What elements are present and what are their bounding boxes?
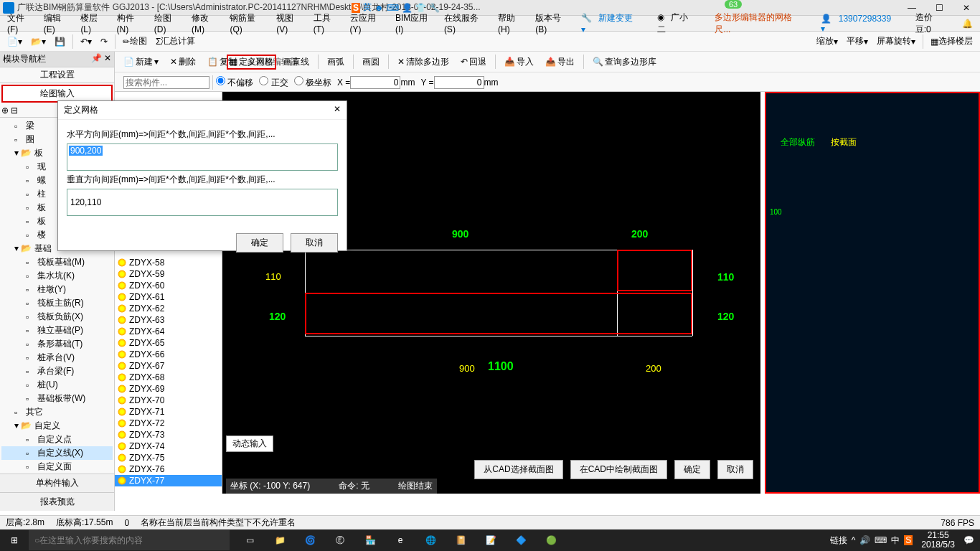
- dynamic-input-button[interactable]: 动态输入: [226, 435, 273, 452]
- menu-tools[interactable]: 工具(T): [309, 12, 346, 34]
- cancel-button[interactable]: 取消: [717, 460, 753, 479]
- menu-file[interactable]: 文件(F): [3, 12, 39, 34]
- list-items[interactable]: ZDYX-58ZDYX-59ZDYX-60ZDYX-61ZDYX-62ZDYX-…: [115, 257, 222, 551]
- list-item[interactable]: ZDYX-65: [115, 337, 222, 349]
- clear-poly-button[interactable]: ✕ 清除多边形: [393, 55, 453, 70]
- tree-node[interactable]: ▫ 筏板主筋(R): [1, 296, 113, 310]
- draw-line-button[interactable]: 画直线: [279, 55, 314, 70]
- undo-icon[interactable]: ↶▾: [77, 35, 95, 48]
- ok-button[interactable]: 确定: [674, 460, 710, 479]
- tree-node[interactable]: ▫ 桩(U): [1, 378, 113, 392]
- list-item[interactable]: ZDYX-75: [115, 452, 222, 463]
- tree-node[interactable]: ▫ 独立基础(P): [1, 324, 113, 337]
- ime-lang[interactable]: 英: [363, 1, 372, 14]
- list-item[interactable]: ZDYX-70: [115, 395, 222, 406]
- menu-cloud[interactable]: 云应用(Y): [346, 12, 391, 34]
- delete-poly-button[interactable]: ✕ 删除: [166, 55, 200, 70]
- list-item[interactable]: ZDYX-77: [115, 475, 222, 486]
- list-item[interactable]: ZDYX-68: [115, 372, 222, 383]
- bell-icon[interactable]: 🔔: [958, 19, 977, 29]
- tree-node[interactable]: ▫ 自定义面: [1, 460, 113, 474]
- sum-button[interactable]: Σ 汇总计算: [153, 34, 198, 49]
- export-button[interactable]: 📤 导出: [541, 55, 579, 70]
- task-icon[interactable]: 📁: [265, 529, 294, 551]
- new-poly-button[interactable]: 📄 新建▾: [119, 55, 163, 70]
- task-icon[interactable]: 🌐: [416, 529, 445, 551]
- query-polylib-button[interactable]: 🔍 查询多边形库: [588, 55, 661, 70]
- new-icon[interactable]: 📄▾: [4, 35, 25, 48]
- tree-node[interactable]: ▫ 桩承台(V): [1, 351, 113, 364]
- tray-icon[interactable]: ^: [852, 535, 856, 545]
- ime-icon[interactable]: 👕: [415, 3, 426, 13]
- task-icon[interactable]: Ⓔ: [326, 529, 354, 551]
- menu-help[interactable]: 帮助(H): [494, 12, 531, 34]
- task-icon[interactable]: 🌀: [296, 529, 324, 551]
- tray-icon[interactable]: 🔊: [859, 535, 870, 545]
- tree-node[interactable]: ▫ 其它: [1, 405, 113, 419]
- zoom-button[interactable]: 缩放 ▾: [814, 34, 841, 49]
- new-change-button[interactable]: 🔧 新建变更 ▾: [577, 12, 647, 34]
- tree-node[interactable]: ▫ 柱墩(Y): [1, 283, 113, 296]
- tray-sogou-icon[interactable]: S: [904, 535, 913, 545]
- search-input[interactable]: [123, 76, 209, 89]
- menu-online[interactable]: 在线服务(S): [440, 12, 494, 34]
- draw-arc-button[interactable]: 画弧: [323, 55, 349, 70]
- tray-icon[interactable]: ⌨: [875, 535, 887, 545]
- draw-circle-button[interactable]: 画圆: [358, 55, 384, 70]
- dialog-ok-button[interactable]: 确定: [236, 233, 283, 253]
- vert-input[interactable]: [67, 189, 338, 216]
- draw-button[interactable]: ✏ 绘图: [120, 34, 150, 49]
- list-item[interactable]: ZDYX-66: [115, 349, 222, 360]
- save-icon[interactable]: 💾: [52, 35, 68, 48]
- menu-bim[interactable]: BIM应用(I): [391, 12, 440, 34]
- user-phone[interactable]: 👤 13907298339 ▾: [816, 14, 905, 34]
- list-item[interactable]: ZDYX-76: [115, 463, 222, 475]
- list-item[interactable]: ZDYX-73: [115, 429, 222, 441]
- clock[interactable]: 21:55 2018/5/3: [917, 531, 959, 550]
- list-item[interactable]: ZDYX-72: [115, 418, 222, 429]
- user-radio[interactable]: ◉ 广小二: [653, 11, 705, 36]
- pin-icon[interactable]: 📌 ✕: [91, 53, 111, 65]
- horiz-input[interactable]: 900,200: [67, 143, 338, 171]
- sogou-icon[interactable]: S: [352, 3, 360, 13]
- notif-icon[interactable]: 💬: [963, 535, 974, 545]
- menu-floor[interactable]: 楼层(L): [76, 12, 112, 34]
- tree-node[interactable]: ▫ 承台梁(F): [1, 364, 113, 378]
- redo-icon[interactable]: ↷: [98, 35, 110, 48]
- link-label[interactable]: 链接: [830, 534, 847, 547]
- list-item[interactable]: ZDYX-62: [115, 303, 222, 314]
- x-input[interactable]: [350, 76, 400, 89]
- menu-draw[interactable]: 绘图(D): [150, 12, 187, 34]
- list-item[interactable]: ZDYX-63: [115, 314, 222, 326]
- ime-icon[interactable]: ⌨: [387, 3, 399, 13]
- expand-icon[interactable]: ⊕: [1, 105, 9, 116]
- task-icon[interactable]: 🟢: [537, 529, 565, 551]
- task-icon[interactable]: e: [386, 529, 415, 551]
- ime-icon[interactable]: ☻: [374, 3, 384, 13]
- list-item[interactable]: ZDYX-71: [115, 406, 222, 418]
- tree-node[interactable]: ▾ 📂 自定义: [1, 419, 113, 433]
- list-item[interactable]: ZDYX-67: [115, 360, 222, 372]
- tree-node[interactable]: ▫ 自定义点: [1, 433, 113, 446]
- collapse-icon[interactable]: ⊟: [11, 105, 18, 116]
- list-item[interactable]: ZDYX-58: [115, 257, 222, 268]
- select-floor-button[interactable]: ▦ 选择楼层: [928, 34, 976, 49]
- ime-icon[interactable]: 🔧: [429, 3, 440, 13]
- tray-icon[interactable]: 中: [891, 534, 900, 547]
- polar-radio[interactable]: 极坐标: [294, 76, 331, 89]
- list-item[interactable]: ZDYX-59: [115, 268, 222, 280]
- list-item[interactable]: ZDYX-61: [115, 291, 222, 303]
- list-item[interactable]: ZDYX-69: [115, 383, 222, 395]
- task-icon[interactable]: 📔: [446, 529, 475, 551]
- y-input[interactable]: [434, 76, 484, 89]
- from-cad-button[interactable]: 从CAD选择截面图: [474, 460, 562, 479]
- task-icon[interactable]: 🏪: [356, 529, 385, 551]
- taskbar-search[interactable]: ○ 在这里输入你要搜索的内容: [29, 530, 230, 550]
- menu-component[interactable]: 构件(N): [113, 12, 150, 34]
- pan-button[interactable]: 平移 ▾: [844, 34, 871, 49]
- dialog-close-icon[interactable]: ✕: [334, 104, 341, 116]
- task-icon[interactable]: 🔷: [507, 529, 535, 551]
- tree-node[interactable]: ▫ 条形基础(T): [1, 337, 113, 351]
- single-input-tab[interactable]: 单构件输入: [0, 474, 114, 492]
- menu-view[interactable]: 视图(V): [272, 12, 309, 34]
